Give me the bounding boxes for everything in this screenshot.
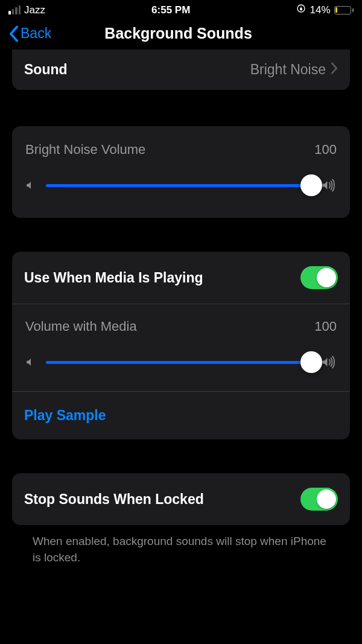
volume-with-media-row: Volume with Media 100 — [12, 304, 350, 391]
status-time: 6:55 PM — [151, 4, 190, 16]
sound-label: Sound — [24, 62, 68, 78]
volume-group: Bright Noise Volume 100 — [12, 126, 350, 218]
sound-value: Bright Noise — [250, 62, 326, 78]
speaker-quiet-icon — [25, 180, 36, 191]
volume-with-media-label: Volume with Media — [25, 319, 137, 334]
sound-group: Sound Bright Noise — [12, 49, 350, 90]
rotation-lock-icon — [296, 4, 306, 16]
chevron-right-icon — [331, 62, 338, 78]
stop-when-locked-toggle[interactable] — [300, 488, 338, 511]
speaker-quiet-icon — [25, 357, 36, 368]
stop-when-locked-label: Stop Sounds When Locked — [24, 491, 204, 508]
volume-slider[interactable] — [46, 174, 311, 196]
svg-rect-1 — [300, 8, 302, 10]
stop-when-locked-row[interactable]: Stop Sounds When Locked — [12, 473, 350, 525]
use-when-media-row[interactable]: Use When Media Is Playing — [12, 252, 350, 304]
lock-group: Stop Sounds When Locked — [12, 473, 350, 525]
use-when-media-toggle[interactable] — [300, 266, 338, 289]
use-when-media-label: Use When Media Is Playing — [24, 270, 203, 286]
nav-bar: Back Background Sounds — [0, 19, 362, 49]
signal-icon — [8, 5, 21, 14]
battery-percent: 14% — [310, 4, 330, 16]
media-group: Use When Media Is Playing Volume with Me… — [12, 252, 350, 439]
volume-value: 100 — [314, 142, 337, 158]
sound-row[interactable]: Sound Bright Noise — [12, 49, 350, 90]
volume-label: Bright Noise Volume — [25, 142, 145, 158]
carrier-text: Jazz — [24, 4, 45, 16]
speaker-loud-icon — [321, 355, 337, 369]
page-title: Background Sounds — [3, 25, 354, 42]
lock-footnote: When enabled, background sounds will sto… — [12, 525, 350, 574]
status-bar: Jazz 6:55 PM 14% — [0, 0, 362, 19]
speaker-loud-icon — [321, 179, 337, 192]
play-sample-label: Play Sample — [24, 407, 106, 423]
volume-with-media-value: 100 — [314, 319, 337, 334]
battery-icon — [334, 6, 354, 14]
play-sample-row[interactable]: Play Sample — [12, 391, 350, 439]
volume-with-media-slider[interactable] — [46, 351, 311, 373]
